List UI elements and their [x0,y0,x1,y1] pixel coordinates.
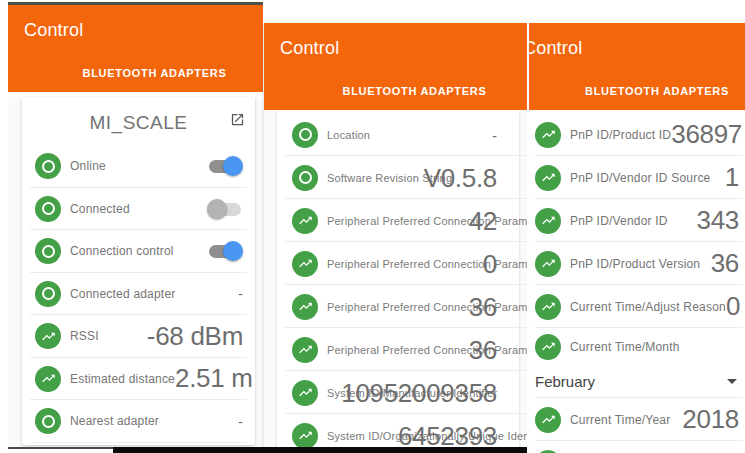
month-select[interactable]: February [529,365,745,398]
entity-value: - [238,285,243,302]
entity-row: Connected adapter- [22,273,255,316]
power-ring-icon [292,165,318,191]
entity-value: 343 [697,205,739,236]
open-in-new-icon[interactable] [230,112,245,127]
entity-value: 0 [726,291,740,322]
entity-card: MI_SCALE OnlineConnectedConnection contr… [22,97,255,445]
entity-label: Current Time/Month [570,340,680,354]
entity-label: RSSI [70,329,99,343]
entity-label: Location [327,129,370,141]
tab-bluetooth-adapters[interactable]: BLUETOOTH ADAPTERS [585,85,729,97]
app-title: Control [527,38,582,59]
app-header: Control BLUETOOTH ADAPTERS [8,5,263,92]
entity-value: 2.51 m [175,363,253,394]
entity-row: Peripheral Preferred Connection Paramete… [277,199,519,242]
app-header: Control BLUETOOTH ADAPTERS [529,23,745,110]
tab-bluetooth-adapters[interactable]: BLUETOOTH ADAPTERS [343,85,487,97]
power-ring-icon [292,122,318,148]
entity-label: Peripheral Preferred Connection Paramete… [327,344,527,356]
app-title: Control [24,20,83,41]
power-ring-icon [35,153,61,179]
trending-up-icon [535,294,561,320]
entity-row: Connection control [22,230,255,273]
entity-label: Current Time/Year [570,413,670,427]
entity-label: Estimated distance [70,372,175,386]
app-header: Control BLUETOOTH ADAPTERS [264,23,527,110]
trending-up-icon [292,208,318,234]
entity-label: PnP ID/Product Version [570,257,700,271]
app-title: Control [280,38,339,59]
entity-label: PnP ID/Vendor ID [570,214,668,228]
entity-value: - [492,126,497,143]
trending-up-icon [535,407,561,433]
entity-row: PnP ID/Vendor ID Source1 [529,156,745,199]
entity-row: Software Revision StringV0.5.8 [277,156,519,199]
entity-value: - [238,413,243,430]
entity-row [529,441,745,453]
entity-label: PnP ID/Product ID [570,128,671,142]
android-nav-bar [113,447,527,453]
trending-up-icon [292,251,318,277]
entity-row: System ID/Manufacturer Identifier1095200… [277,371,519,414]
entity-label: PnP ID/Vendor ID Source [570,171,710,185]
entity-row: RSSI-68 dBm [22,315,255,358]
entity-label: Online [70,159,106,173]
entity-row: PnP ID/Product Version36 [529,242,745,285]
power-ring-icon [35,196,61,222]
panel-body: PnP ID/Product ID36897PnP ID/Vendor ID S… [529,110,745,453]
entity-value: 42 [469,205,497,236]
trending-up-icon [292,294,318,320]
toggle-switch[interactable] [207,241,243,261]
entity-row: PnP ID/Product ID36897 [529,113,745,156]
entity-value: 36897 [671,119,742,150]
entity-row: PnP ID/Vendor ID343 [529,199,745,242]
trending-up-icon [292,423,318,449]
trending-up-icon [535,251,561,277]
panel-mi-scale: Control BLUETOOTH ADAPTERS MI_SCALE Onli… [8,2,263,449]
entity-row-select: Current Time/MonthFebruary [529,328,745,398]
entity-value: 36 [469,291,497,322]
panel-body: Location-Software Revision StringV0.5.8P… [264,110,527,453]
entity-row: Current Time/Year2018 [529,398,745,441]
entity-row: Nearest adapter- [22,400,255,443]
power-ring-icon [35,281,61,307]
trending-up-icon [535,334,561,360]
entity-value: 36 [469,334,497,365]
entity-row: Peripheral Preferred Connection Paramete… [277,242,519,285]
entity-rows: OnlineConnectedConnection controlConnect… [22,145,255,443]
entity-row: Peripheral Preferred Connection Paramete… [277,285,519,328]
trending-up-icon [535,122,561,148]
toggle-switch[interactable] [207,156,243,176]
entity-rows: Location-Software Revision StringV0.5.8P… [277,110,519,453]
entity-label: Current Time/Adjust Reason [570,300,726,314]
toggle-switch[interactable] [207,199,243,219]
panel-body: MI_SCALE OnlineConnectedConnection contr… [8,97,263,449]
entity-value: V0.5.8 [424,162,497,193]
entity-label: Connected adapter [70,287,175,301]
entity-label: Peripheral Preferred Connection Paramete… [327,215,527,227]
entity-value: 36 [711,248,739,279]
entity-label: Connection control [70,244,174,258]
tab-bar: BLUETOOTH ADAPTERS [548,81,745,99]
entity-label: Nearest adapter [70,414,159,428]
caret-down-icon [727,379,737,384]
entity-label: Connected [70,202,130,216]
tab-bar: BLUETOOTH ADAPTERS [283,81,527,99]
entity-label: Peripheral Preferred Connection Paramete… [327,301,527,313]
entity-row: Connected [22,188,255,231]
entity-row: Online [22,145,255,188]
panel-device-info: Control BLUETOOTH ADAPTERS Location-Soft… [264,23,527,453]
entity-row: Peripheral Preferred Connection Paramete… [277,328,519,371]
month-select-value: February [535,373,595,390]
card-title: MI_SCALE [22,112,255,134]
card-title-row: MI_SCALE [22,97,255,145]
panel-pnp-time: Control BLUETOOTH ADAPTERS PnP ID/Produc… [527,23,745,453]
entity-row: Estimated distance2.51 m [22,358,255,401]
power-ring-icon [35,238,61,264]
trending-up-icon [292,380,318,406]
power-ring-icon [35,408,61,434]
tab-bluetooth-adapters[interactable]: BLUETOOTH ADAPTERS [83,67,227,79]
entity-card: Location-Software Revision StringV0.5.8P… [277,110,519,453]
tab-bar: BLUETOOTH ADAPTERS [27,63,263,81]
entity-row: Location- [277,113,519,156]
